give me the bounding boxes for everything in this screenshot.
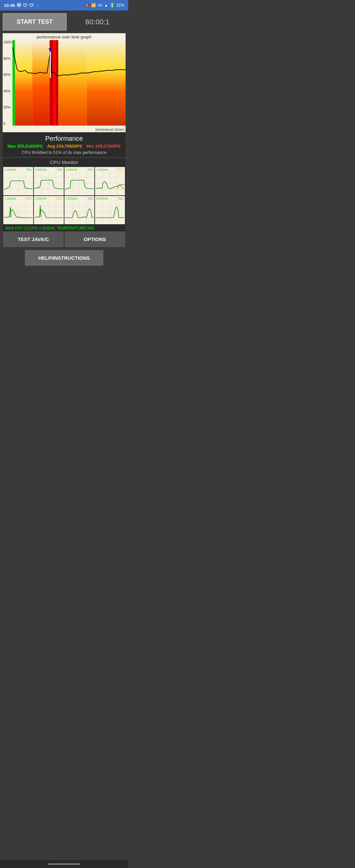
svg-rect-19	[87, 40, 126, 126]
throttle-text: CPU throttled to 51% of its max performa…	[5, 150, 123, 155]
wifi-icon: 📶	[91, 3, 96, 7]
start-test-button[interactable]: START TEST	[3, 13, 67, 31]
performance-title: Performance	[5, 135, 123, 143]
cpu-cell-header-6: 1.92GHz T0C	[65, 197, 94, 200]
cpu-cell-5: 1.92GHz T93C	[34, 196, 64, 224]
help-instructions-button[interactable]: HELP/INSTRUCTIONS	[25, 250, 103, 266]
cpu-temp-5: T93C	[55, 197, 62, 200]
status-left: 10:49 Ⓜ 🛡 🛡 G	[4, 2, 39, 8]
status-right: 🔇 📶 4G ▲ 🔋 31%	[85, 3, 124, 7]
y-40: 40%	[3, 89, 12, 93]
perf-max: Max 355,616GIPS	[7, 144, 43, 149]
svg-rect-13	[15, 40, 33, 126]
cpu-temp-6: T0C	[88, 197, 93, 200]
cpu-cell-4: 1.92GHz T93C	[3, 196, 33, 224]
status-bar: 10:49 Ⓜ 🛡 🛡 G 🔇 📶 4G ▲ 🔋 31%	[0, 0, 128, 10]
cpu-graph-7	[96, 200, 124, 224]
cpu-cell-7: 0.63GHz T0C	[95, 196, 125, 224]
y-100: 100%	[3, 40, 12, 44]
cpu-freq-5: 1.92GHz	[35, 197, 47, 200]
cpu-temp-7: T0C	[118, 197, 124, 200]
svg-rect-20	[50, 52, 51, 78]
timer-display: 60:00:1	[69, 13, 126, 31]
cpu-graph-0	[4, 172, 33, 195]
graph-area: 100% 80% 60% 40% 20% 0	[3, 40, 126, 132]
cpu-freq-3: 1.92GHz	[96, 168, 108, 171]
google-icon: G	[35, 3, 39, 8]
main-content: START TEST 60:00:1 performance over time…	[0, 10, 128, 270]
cpu-graph-6	[65, 200, 94, 224]
svg-rect-18	[59, 40, 87, 126]
options-button[interactable]: OPTIONS	[65, 231, 125, 247]
cpu-temp-1: T0C	[57, 168, 62, 171]
svg-rect-17	[56, 40, 59, 126]
action-buttons: TEST JAVA/C OPTIONS	[3, 231, 126, 247]
cpu-freq-1: 0.59GHz	[35, 168, 47, 171]
performance-stats: Max 355,616GIPS Avg 234,706GIPS Min 169,…	[5, 144, 123, 149]
cpu-cell-header-0: 0.59GHz T0C	[4, 168, 33, 172]
cpu-freq-6: 1.92GHz	[66, 197, 77, 200]
top-row: START TEST 60:00:1	[3, 13, 126, 31]
cpu-monitor-title: CPU Monitor	[3, 158, 126, 166]
perf-avg: Avg 234,706GIPS	[47, 144, 82, 149]
cpu-cell-2: 0.59GHz T0C	[64, 167, 94, 195]
performance-graph-container: performance over time graph 100% 80% 60%…	[3, 33, 126, 132]
shield-icon-1: 🛡	[23, 3, 27, 8]
perf-min: Min 169,273GIPS	[87, 144, 121, 149]
graph-svg	[12, 40, 126, 126]
cpu-cell-6: 1.92GHz T0C	[64, 196, 94, 224]
y-axis-labels: 100% 80% 60% 40% 20% 0	[3, 40, 12, 126]
cpu-temp-3: T37C	[116, 168, 124, 171]
cpu-cell-header-1: 0.59GHz T0C	[34, 168, 63, 172]
cpu-cell-header-3: 1.92GHz T37C	[96, 168, 124, 172]
cpu-cell-0: 0.59GHz T0C	[3, 167, 33, 195]
cpu-freq-0: 0.59GHz	[5, 168, 17, 171]
battery-label: 31%	[116, 3, 124, 7]
shield-icon-2: 🛡	[29, 3, 34, 8]
network-label: 4G	[98, 3, 102, 7]
x-axis-label: time(interval 10min)	[95, 128, 124, 131]
test-java-c-button[interactable]: TEST JAVA/C	[3, 231, 63, 247]
cpu-cell-1: 0.59GHz T0C	[34, 167, 64, 195]
cpu-cell-3: 1.92GHz T37C	[95, 167, 125, 195]
cpu-graph-2	[65, 172, 94, 195]
cpu-graph-4	[4, 200, 33, 224]
y-80: 80%	[3, 57, 12, 61]
cpu-graph-3	[96, 172, 124, 195]
cpu-freq-7: 0.63GHz	[96, 197, 108, 200]
battery-icon: 🔋	[110, 3, 115, 7]
motorola-icon: Ⓜ	[17, 2, 21, 8]
svg-rect-16	[53, 40, 56, 126]
cpu-temp-4: T93C	[25, 197, 32, 200]
mute-icon: 🔇	[85, 3, 89, 7]
cpu-cell-header-4: 1.92GHz T93C	[4, 197, 33, 200]
max-cpu-info: MAX CPU CLOCK:2.91GHz, TEMPERATURE:93C	[3, 225, 126, 231]
y-60: 60%	[3, 73, 12, 76]
cpu-grid: 0.59GHz T0C 0.59GHz	[3, 167, 126, 225]
cpu-cell-header-5: 1.92GHz T93C	[34, 197, 63, 200]
time-display: 10:49	[4, 3, 15, 8]
cpu-cell-header-7: 0.63GHz T0C	[96, 197, 124, 200]
cpu-graph-1	[34, 172, 63, 195]
cpu-cell-header-2: 0.59GHz T0C	[65, 168, 94, 172]
y-20: 20%	[3, 105, 12, 109]
svg-rect-14	[32, 40, 50, 126]
cpu-graph-5	[34, 200, 63, 224]
graph-title: performance over time graph	[3, 33, 126, 40]
signal-icon: ▲	[104, 3, 108, 7]
cpu-freq-4: 1.92GHz	[5, 197, 17, 200]
help-btn-row: HELP/INSTRUCTIONS	[3, 249, 126, 267]
performance-section: Performance Max 355,616GIPS Avg 234,706G…	[3, 133, 126, 157]
cpu-freq-2: 0.59GHz	[66, 168, 77, 171]
cpu-temp-2: T0C	[88, 168, 93, 171]
y-0: 0	[3, 122, 12, 126]
cpu-temp-0: T0C	[26, 168, 32, 171]
